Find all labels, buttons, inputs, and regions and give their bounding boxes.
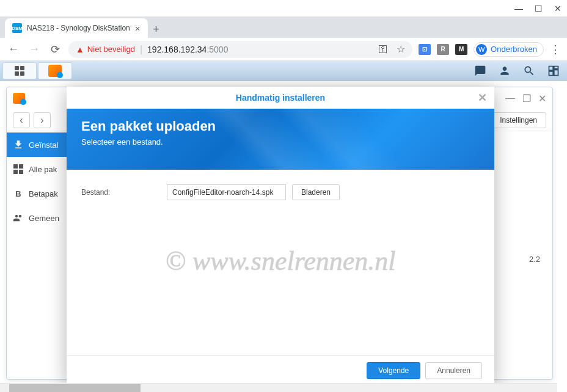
- key-icon[interactable]: ⚿: [378, 44, 388, 55]
- grid-icon: [13, 164, 24, 175]
- nav-back-button[interactable]: ‹: [13, 112, 30, 128]
- beta-icon: B: [13, 188, 24, 199]
- dashboard-icon: [547, 65, 560, 77]
- browser-menu-button[interactable]: ⋮: [550, 43, 561, 56]
- person-icon: [499, 65, 511, 77]
- address-url: 192.168.192.34:5000: [147, 45, 228, 54]
- speech-bubble-icon: [474, 65, 486, 77]
- bookmark-star-icon[interactable]: ☆: [397, 43, 405, 55]
- cancel-button[interactable]: Annuleren: [425, 362, 482, 379]
- file-label: Bestand:: [81, 188, 161, 197]
- svg-rect-3: [19, 170, 23, 174]
- sidebar-item-installed[interactable]: Geïnstal: [7, 132, 71, 157]
- nav-back-button[interactable]: ←: [6, 42, 21, 57]
- settings-button[interactable]: Instellingen: [491, 112, 546, 128]
- tab-title: NAS218 - Synology DiskStation: [27, 24, 130, 32]
- sidebar-label: Betapak: [29, 189, 58, 198]
- sidebar-item-all-packages[interactable]: Alle pak: [7, 157, 71, 181]
- search-icon: [523, 65, 535, 77]
- dialog-close-button[interactable]: ✕: [478, 91, 487, 104]
- extension-badge-2[interactable]: R: [437, 44, 449, 55]
- package-icon: [13, 93, 25, 104]
- browser-toolbar: ← → ⟳ ▲ Niet beveiligd | 192.168.192.34:…: [0, 38, 567, 61]
- sidebar-item-beta-packages[interactable]: B Betapak: [7, 181, 71, 206]
- download-icon: [13, 139, 24, 150]
- package-center-taskbar-button[interactable]: [38, 62, 72, 79]
- new-tab-button[interactable]: +: [148, 21, 165, 38]
- address-separator: |: [140, 44, 142, 55]
- notifications-button[interactable]: [469, 62, 491, 79]
- scrollbar-thumb[interactable]: [9, 384, 141, 392]
- sidebar-label: Gemeen: [29, 214, 59, 223]
- nav-forward-button[interactable]: ›: [34, 112, 51, 128]
- banner-subtitle: Selecteer een bestand.: [81, 137, 480, 147]
- dsm-taskbar: [0, 61, 567, 81]
- next-button[interactable]: Volgende: [367, 362, 420, 379]
- warning-triangle-icon: ▲: [76, 45, 84, 54]
- user-menu-button[interactable]: [494, 62, 516, 79]
- dialog-header: Handmatig installeren ✕: [67, 87, 494, 109]
- main-menu-button[interactable]: [2, 62, 37, 79]
- file-path-input[interactable]: [167, 184, 286, 200]
- sidebar-item-community[interactable]: Gemeen: [7, 206, 71, 230]
- dialog-banner: Een pakket uploaden Selecteer een bestan…: [67, 109, 494, 170]
- sidebar-label: Geïnstal: [29, 140, 58, 150]
- extension-badge-1[interactable]: ⊡: [419, 44, 431, 55]
- window-maximize-icon[interactable]: ☐: [534, 4, 543, 13]
- watermark-text: © www.snelrennen.nl: [166, 245, 396, 277]
- address-bar[interactable]: ▲ Niet beveiligd | 192.168.192.34:5000 ⚿…: [68, 41, 412, 58]
- browser-tab-strip: DSM NAS218 - Synology DiskStation × +: [0, 17, 567, 38]
- security-text: Niet beveiligd: [87, 45, 135, 54]
- window-minimize-icon[interactable]: —: [505, 93, 515, 104]
- dialog-title: Handmatig installeren: [236, 93, 325, 103]
- nav-forward-button[interactable]: →: [27, 42, 42, 57]
- svg-rect-1: [19, 164, 23, 169]
- nav-reload-button[interactable]: ⟳: [48, 42, 62, 57]
- banner-title: Een pakket uploaden: [81, 118, 480, 134]
- search-button[interactable]: [518, 62, 540, 79]
- profile-button[interactable]: W Onderbroken: [474, 42, 544, 57]
- window-close-icon[interactable]: ✕: [554, 4, 562, 13]
- window-maximize-icon[interactable]: ❐: [522, 93, 531, 104]
- horizontal-scrollbar[interactable]: [0, 383, 557, 392]
- svg-rect-0: [13, 164, 18, 169]
- window-minimize-icon[interactable]: —: [514, 4, 523, 13]
- browse-button[interactable]: Bladeren: [292, 184, 340, 200]
- profile-label: Onderbroken: [491, 45, 537, 54]
- people-icon: [13, 212, 24, 223]
- package-icon: [48, 65, 62, 77]
- svg-rect-2: [13, 170, 18, 174]
- tab-close-icon[interactable]: ×: [135, 23, 141, 34]
- extension-badge-3[interactable]: M: [455, 44, 467, 55]
- widgets-button[interactable]: [543, 62, 565, 79]
- manual-install-dialog: Handmatig installeren ✕ Een pakket uploa…: [67, 87, 494, 385]
- browser-tab-active[interactable]: DSM NAS218 - Synology DiskStation ×: [5, 18, 148, 38]
- profile-avatar-icon: W: [476, 44, 487, 55]
- window-close-icon[interactable]: ✕: [538, 93, 546, 104]
- security-status[interactable]: ▲ Niet beveiligd: [76, 45, 135, 54]
- tab-favicon-icon: DSM: [12, 23, 22, 33]
- sidebar-label: Alle pak: [29, 165, 57, 174]
- grid-icon: [15, 66, 24, 76]
- version-text: 2.2: [529, 255, 540, 264]
